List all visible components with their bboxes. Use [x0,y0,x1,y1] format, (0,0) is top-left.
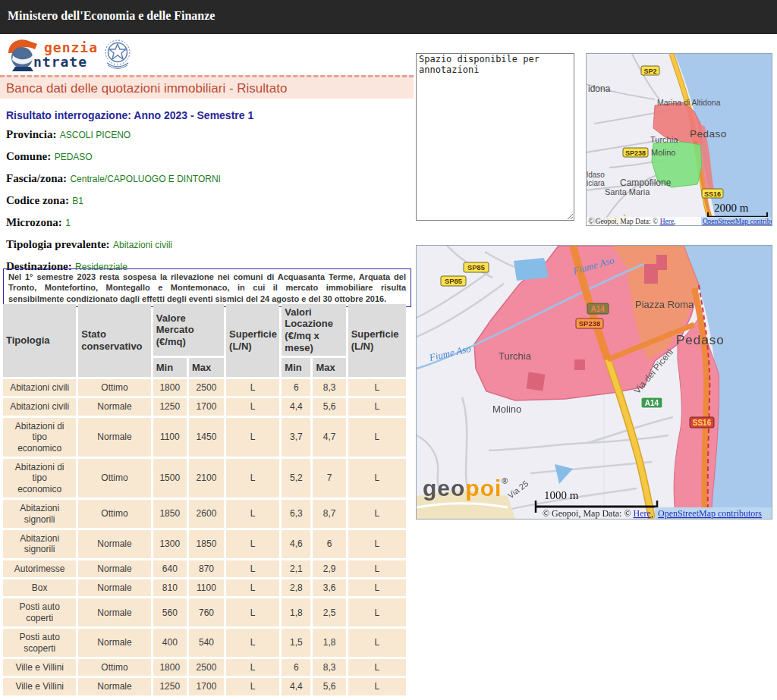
annotations-textarea[interactable]: Spazio disponibile per annotazioni [416,53,574,221]
table-cell: 1800 [153,379,187,396]
agenzia-entrate-wordmark: genzia ntrate [33,40,98,69]
label-turchia: Turchia [499,350,532,362]
osm-link[interactable]: OpenStreetMap contributors [658,508,762,519]
table-cell: L [348,579,406,596]
label-turchia: Turchia [650,135,678,144]
table-cell: L [348,459,406,498]
table-cell: L [348,629,406,657]
table-cell: 6,3 [282,500,310,528]
table-cell: 1700 [189,398,224,415]
table-cell: 1700 [189,678,224,695]
table-cell: L [226,500,279,528]
label-pedaso: Pedaso [690,128,727,140]
table-cell: L [348,560,406,577]
page: Ministero dell'Economia e delle Finanze … [0,0,777,700]
badge-sp238: SP238 [625,149,646,157]
table-cell: 810 [153,579,187,596]
table-cell: 8,3 [313,659,345,676]
table-cell: L [348,379,406,396]
col-header-mercato-max: Max [189,358,224,377]
table-cell: 540 [189,629,224,657]
table-row: Ville e VilliniNormale12501700L4,45,6L [3,678,406,695]
table-cell: 3,6 [313,579,345,596]
geopoi-logo: geopoi® [423,476,508,501]
col-header-valore-mercato: Valore Mercato (€/mq) [153,304,224,356]
entrate-text: ntrate [33,55,98,69]
table-cell: 3,7 [282,418,310,457]
map-attribution: © Geopoi, Map Data: © Here, OpenStreetMa… [543,508,762,519]
label-molino: Molino [492,403,521,415]
col-header-locazione-max: Max [313,358,345,377]
here-link[interactable]: Here [634,508,651,519]
col-header-stato-conservativo: Stato conservativo [78,304,150,377]
table-cell: Abitazioni civili [3,379,76,396]
table-cell: 560 [153,598,187,626]
badge-ss16: SS16 [704,190,721,198]
badge-a14-low: A14 [645,399,659,407]
table-cell: 1,5 [282,629,310,657]
label-campofilone: Campofilone [620,177,672,188]
table-cell: 1100 [153,418,187,457]
table-cell: Abitazioni signorili [3,530,76,558]
table-cell: 1450 [189,418,224,457]
table-cell: 1,8 [313,629,345,657]
label-piazza-roma: Piazza Roma [635,299,694,310]
scale-label: 1000 m [544,489,579,501]
table-cell: 1100 [189,579,224,596]
table-cell: Abitazioni di tipo economico [3,418,76,457]
table-cell: 1500 [153,459,187,498]
table-row: Abitazioni signoriliOttimo18502600L6,38,… [3,500,406,528]
lake [514,258,549,281]
table-cell: L [226,598,279,626]
table-cell: L [226,398,279,415]
osm-link[interactable]: OpenStreetMap contributors [703,218,772,225]
table-cell: 1250 [153,398,187,415]
page-title-banner: Banca dati delle quotazioni immobiliari … [0,75,414,99]
table-cell: Abitazioni civili [3,398,76,415]
col-header-superficie-2: Superficie (L/N) [348,304,406,377]
table-cell: Normale [78,678,150,695]
table-cell: 2,9 [313,560,345,577]
table-cell: Ottimo [78,379,150,396]
table-cell: 400 [153,629,187,657]
table-cell: Abitazioni signorili [3,500,76,528]
table-row: Posti auto scopertiNormale400540L1,51,8L [3,629,406,657]
table-cell: L [348,500,406,528]
table-cell: 1300 [153,530,187,558]
col-header-valori-locazione: Valori Locazione (€/mq x mese) [282,304,345,356]
table-cell: Ville e Villini [3,659,76,676]
col-header-locazione-min: Min [282,358,310,377]
page-title: Banca dati delle quotazioni immobiliari … [6,81,287,96]
table-cell: 8,7 [313,500,345,528]
here-link[interactable]: Here [660,218,674,225]
badge-sp2: SP2 [643,67,656,75]
table-cell: 760 [189,598,224,626]
label-molino: Molino [651,148,675,157]
table-cell: L [348,598,406,626]
table-cell: 4,4 [282,398,310,415]
label-iciara: iciara [587,179,605,187]
field-provincia: Provincia: ASCOLI PICENO [6,128,411,141]
table-row: Abitazioni signoriliNormale13001850L4,66… [3,530,406,558]
field-tipologia-prevalente: Tipologia prevalente: Abitazioni civili [6,238,411,251]
table-cell: L [226,530,279,558]
table-cell: 4,6 [282,530,310,558]
label-altidona: idona [588,83,611,94]
table-cell: Autorimesse [3,560,76,577]
table-cell: Ottimo [78,459,150,498]
table-cell: 2,5 [313,598,345,626]
col-header-superficie-1: Superficie (L/N) [226,304,279,377]
table-cell: Abitazioni di tipo economico [3,459,76,498]
field-comune: Comune: PEDASO [6,150,411,163]
table-cell: 1,8 [282,598,310,626]
table-cell: L [226,659,279,676]
table-cell: 6 [282,659,310,676]
table-cell: 5,6 [313,678,345,695]
table-cell: Normale [78,579,150,596]
table-cell: 1250 [153,678,187,695]
label-pedaso: Pedaso [676,333,725,347]
table-cell: L [348,659,406,676]
result-title: Risultato interrogazione: Anno 2023 - Se… [6,109,411,121]
table-cell: 1800 [153,659,187,676]
table-cell: L [226,579,279,596]
